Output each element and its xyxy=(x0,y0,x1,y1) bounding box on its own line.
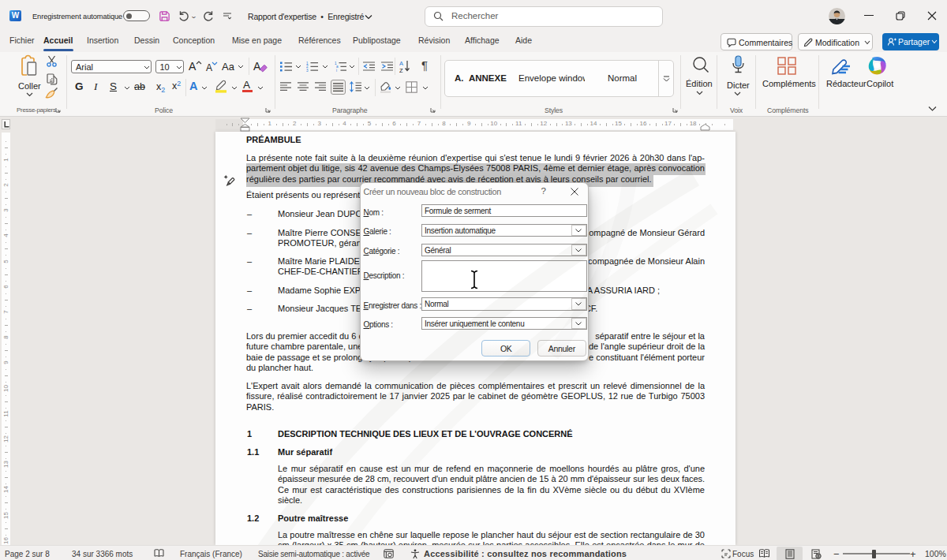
svg-text:3: 3 xyxy=(306,69,309,72)
svg-text:i: i xyxy=(336,69,337,72)
svg-text:Z: Z xyxy=(399,67,403,73)
